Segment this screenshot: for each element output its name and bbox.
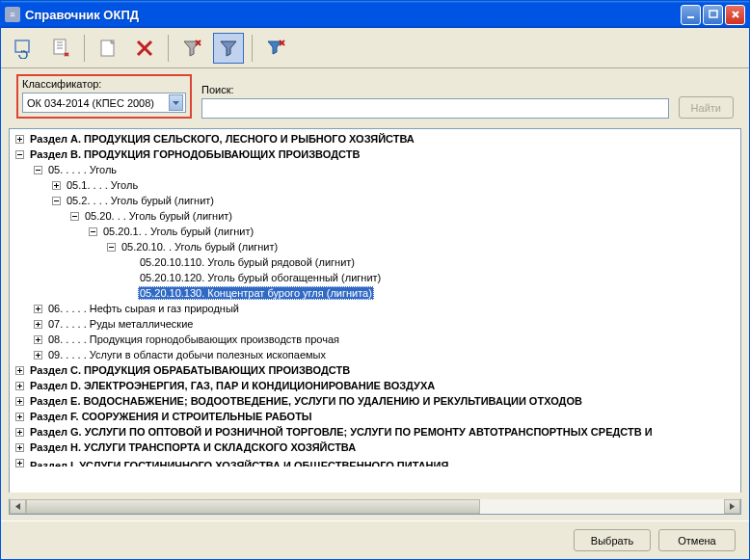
tree-item[interactable]: 05.20.10. . Уголь бурый (лигнит): [10, 239, 740, 254]
tree-item[interactable]: Раздел B. ПРОДУКЦИЯ ГОРНОДОБЫВАЮЩИХ ПРОИ…: [10, 147, 740, 162]
collapse-icon[interactable]: [52, 197, 61, 205]
tree-item[interactable]: 05.1. . . . Уголь: [10, 177, 740, 193]
svg-rect-2: [15, 40, 29, 52]
collapse-icon[interactable]: [34, 166, 42, 174]
tree-item-label: Раздел H. УСЛУГИ ТРАНСПОРТА И СКЛАДСКОГО…: [28, 440, 358, 454]
expand-icon[interactable]: [34, 305, 42, 313]
tree-item[interactable]: Раздел F. СООРУЖЕНИЯ И СТРОИТЕЛЬНЫЕ РАБО…: [10, 409, 740, 424]
svg-rect-1: [710, 11, 717, 17]
tree-item-label: 05.20.1. . Уголь бурый (лигнит): [101, 225, 255, 238]
tree-item[interactable]: 05.20.10.130. Концентрат бурого угля (ли…: [10, 285, 740, 301]
expand-icon[interactable]: [15, 413, 24, 421]
tree-item[interactable]: Раздел H. УСЛУГИ ТРАНСПОРТА И СКЛАДСКОГО…: [10, 440, 740, 455]
toolbar-separator: [84, 35, 85, 62]
select-button[interactable]: Выбрать: [574, 529, 651, 551]
app-icon: ≡: [5, 7, 20, 22]
classifier-label: Классификатор:: [22, 78, 186, 90]
tree-item-label: Раздел E. ВОДОСНАБЖЕНИЕ; ВОДООТВЕДЕНИЕ, …: [28, 394, 584, 408]
refresh-button[interactable]: [9, 33, 40, 64]
tree-item[interactable]: 06. . . . . Нефть сырая и газ природный: [10, 301, 740, 316]
classifier-group: Классификатор: ОК 034-2014 (КПЕС 2008): [16, 74, 192, 119]
tree-item-label: 09. . . . . Услуги в области добычи поле…: [46, 348, 328, 361]
filter-off-button[interactable]: [176, 33, 207, 64]
bottom-bar: Выбрать Отмена: [1, 520, 749, 559]
delete-button[interactable]: [129, 33, 160, 64]
close-button[interactable]: [725, 5, 745, 25]
tree-item-label: 05.20.10.110. Уголь бурый рядовой (лигни…: [138, 255, 357, 269]
collapse-icon[interactable]: [70, 212, 79, 221]
tree-item-label: Раздел C. ПРОДУКЦИЯ ОБРАБАТЫВАЮЩИХ ПРОИЗ…: [28, 363, 352, 377]
tree-item-label: Раздел I. УСЛУГИ ГОСТИНИЧНОГО ХОЗЯЙСТВА …: [28, 459, 450, 467]
search-label: Поиск:: [201, 84, 669, 95]
maximize-button[interactable]: [703, 5, 723, 25]
tree-item[interactable]: 05.20.10.110. Уголь бурый рядовой (лигни…: [10, 254, 740, 270]
scroll-track[interactable]: [26, 499, 724, 514]
tree-item-label: Раздел A. ПРОДУКЦИЯ СЕЛЬСКОГО, ЛЕСНОГО И…: [28, 132, 416, 146]
expand-icon[interactable]: [34, 335, 42, 344]
tree-item-label: 05.20. . . Уголь бурый (лигнит): [83, 209, 234, 223]
export-button[interactable]: [45, 33, 76, 64]
tree-item[interactable]: Раздел I. УСЛУГИ ГОСТИНИЧНОГО ХОЗЯЙСТВА …: [10, 455, 740, 470]
tree-item-label: 05.20.10. . Уголь бурый (лигнит): [120, 240, 280, 253]
filter-button[interactable]: [213, 33, 244, 64]
toolbar-separator: [252, 35, 253, 62]
expand-icon[interactable]: [34, 351, 42, 360]
scroll-left-button[interactable]: [10, 499, 26, 514]
tree-item-label: 06. . . . . Нефть сырая и газ природный: [46, 302, 241, 315]
expand-icon[interactable]: [34, 320, 42, 329]
tree-item[interactable]: Раздел D. ЭЛЕКТРОЭНЕРГИЯ, ГАЗ, ПАР И КОН…: [10, 378, 740, 393]
expand-icon[interactable]: [15, 135, 24, 144]
expand-icon[interactable]: [15, 443, 24, 452]
tree-item-label: Раздел D. ЭЛЕКТРОЭНЕРГИЯ, ГАЗ, ПАР И КОН…: [28, 379, 437, 392]
filter-panel: Классификатор: ОК 034-2014 (КПЕС 2008) П…: [1, 68, 749, 128]
search-group: Поиск:: [201, 84, 669, 119]
tree-item-label: 07. . . . . Руды металлические: [46, 317, 195, 331]
classifier-value: ОК 034-2014 (КПЕС 2008): [27, 97, 169, 109]
tree[interactable]: Раздел A. ПРОДУКЦИЯ СЕЛЬСКОГО, ЛЕСНОГО И…: [9, 128, 741, 493]
tree-item[interactable]: 05. . . . . Уголь: [10, 162, 740, 177]
toolbar: [1, 28, 749, 68]
tree-item[interactable]: 05.20. . . Уголь бурый (лигнит): [10, 208, 740, 224]
expand-icon[interactable]: [15, 382, 24, 390]
classifier-combo[interactable]: ОК 034-2014 (КПЕС 2008): [22, 93, 186, 113]
horizontal-scrollbar[interactable]: [9, 498, 741, 515]
tree-item[interactable]: 07. . . . . Руды металлические: [10, 316, 740, 332]
new-button[interactable]: [93, 33, 123, 64]
tree-item-label: Раздел F. СООРУЖЕНИЯ И СТРОИТЕЛЬНЫЕ РАБО…: [28, 410, 314, 423]
titlebar[interactable]: ≡ Справочник ОКПД: [1, 1, 749, 28]
tree-item[interactable]: Раздел G. УСЛУГИ ПО ОПТОВОЙ И РОЗНИЧНОЙ …: [10, 424, 740, 440]
svg-rect-3: [54, 40, 66, 54]
tree-item[interactable]: 05.2. . . . Уголь бурый (лигнит): [10, 193, 740, 208]
expand-icon[interactable]: [15, 459, 24, 467]
minimize-button[interactable]: [681, 5, 701, 25]
collapse-icon[interactable]: [89, 227, 97, 236]
tree-item-label: Раздел B. ПРОДУКЦИЯ ГОРНОДОБЫВАЮЩИХ ПРОИ…: [28, 147, 362, 161]
tree-item-label: Раздел G. УСЛУГИ ПО ОПТОВОЙ И РОЗНИЧНОЙ …: [28, 425, 655, 439]
filter-clear-button[interactable]: [260, 33, 291, 64]
tree-item-label: 05.1. . . . Уголь: [65, 178, 140, 192]
collapse-icon[interactable]: [15, 150, 24, 159]
tree-item[interactable]: Раздел A. ПРОДУКЦИЯ СЕЛЬСКОГО, ЛЕСНОГО И…: [10, 131, 740, 147]
tree-item[interactable]: 05.20.10.120. Уголь бурый обогащенный (л…: [10, 270, 740, 285]
scroll-thumb[interactable]: [26, 499, 480, 514]
chevron-down-icon: [169, 94, 183, 111]
tree-item[interactable]: Раздел E. ВОДОСНАБЖЕНИЕ; ВОДООТВЕДЕНИЕ, …: [10, 393, 740, 409]
tree-item-label: 08. . . . . Продукция горнодобывающих пр…: [46, 333, 341, 346]
window-title: Справочник ОКПД: [25, 8, 681, 22]
expand-icon[interactable]: [15, 397, 24, 406]
expand-icon[interactable]: [15, 428, 24, 437]
tree-item[interactable]: Раздел C. ПРОДУКЦИЯ ОБРАБАТЫВАЮЩИХ ПРОИЗ…: [10, 362, 740, 378]
window: ≡ Справочник ОКПД Классификатор: ОК 034-…: [0, 0, 750, 560]
expand-icon[interactable]: [52, 181, 61, 190]
collapse-icon[interactable]: [107, 243, 116, 252]
tree-item[interactable]: 08. . . . . Продукция горнодобывающих пр…: [10, 332, 740, 347]
find-button[interactable]: Найти: [679, 96, 734, 119]
search-input[interactable]: [201, 98, 669, 119]
cancel-button[interactable]: Отмена: [658, 529, 736, 551]
svg-rect-0: [687, 16, 694, 18]
expand-icon[interactable]: [15, 366, 24, 375]
tree-item[interactable]: 09. . . . . Услуги в области добычи поле…: [10, 347, 740, 362]
scroll-right-button[interactable]: [724, 499, 740, 514]
tree-item-label: 05.2. . . . Уголь бурый (лигнит): [65, 194, 216, 207]
tree-item[interactable]: 05.20.1. . Уголь бурый (лигнит): [10, 224, 740, 239]
